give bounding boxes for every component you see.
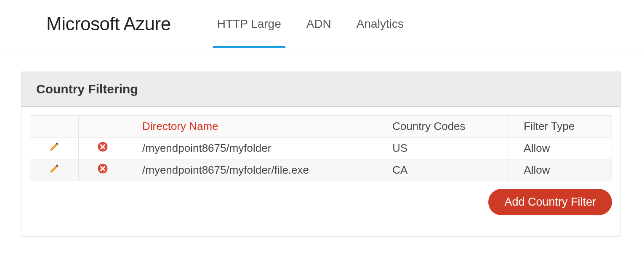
- pencil-icon[interactable]: [48, 163, 60, 177]
- table-header-row: Directory Name Country Codes Filter Type: [30, 116, 612, 138]
- tab-label: Analytics: [357, 17, 404, 31]
- tab-http-large[interactable]: HTTP Large: [213, 0, 285, 48]
- cell-directory: /myendpoint8675/myfolder: [127, 138, 377, 159]
- table-row: /myendpoint8675/myfolder US Allow: [30, 138, 612, 159]
- logo-text: Microsoft Azure: [46, 13, 171, 34]
- country-filtering-panel: Country Filtering Directory Name Country…: [21, 71, 621, 237]
- tab-adn[interactable]: ADN: [302, 0, 335, 48]
- tab-label: ADN: [306, 17, 331, 31]
- col-filter-type[interactable]: Filter Type: [508, 116, 612, 138]
- top-header: Microsoft Azure HTTP Large ADN Analytics: [0, 0, 644, 48]
- brand-logo: Microsoft Azure: [46, 13, 171, 34]
- panel-title: Country Filtering: [21, 72, 620, 107]
- add-country-filter-button[interactable]: Add Country Filter: [488, 189, 612, 215]
- col-directory-name[interactable]: Directory Name: [127, 116, 377, 138]
- cell-codes: CA: [377, 159, 508, 181]
- col-edit-blank: [30, 116, 79, 138]
- filter-table: Directory Name Country Codes Filter Type: [30, 115, 612, 181]
- tab-label: HTTP Large: [217, 17, 281, 31]
- delete-icon[interactable]: [97, 163, 108, 177]
- cell-filter: Allow: [508, 159, 612, 181]
- cell-codes: US: [377, 138, 508, 159]
- pencil-icon[interactable]: [48, 141, 60, 156]
- table-row: /myendpoint8675/myfolder/file.exe CA All…: [30, 159, 612, 181]
- tab-analytics[interactable]: Analytics: [352, 0, 408, 48]
- col-country-codes[interactable]: Country Codes: [377, 116, 508, 138]
- delete-icon[interactable]: [97, 141, 108, 155]
- col-delete-blank: [79, 116, 127, 138]
- nav-tabs: HTTP Large ADN Analytics: [213, 0, 408, 48]
- cell-filter: Allow: [508, 138, 612, 159]
- panel-body: Directory Name Country Codes Filter Type: [21, 107, 620, 236]
- cell-directory: /myendpoint8675/myfolder/file.exe: [127, 159, 377, 181]
